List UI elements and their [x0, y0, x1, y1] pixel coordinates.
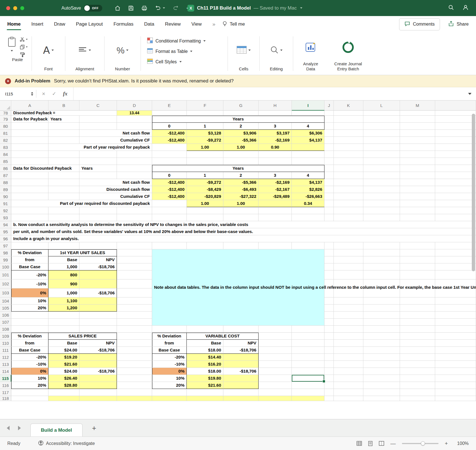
- cell-L100[interactable]: [363, 263, 400, 270]
- cell-B81[interactable]: [48, 130, 79, 137]
- cell-D115[interactable]: [117, 375, 152, 382]
- formula-bar-expand-icon[interactable]: [468, 93, 471, 95]
- cell-C116[interactable]: [79, 382, 117, 389]
- share-button[interactable]: Share: [448, 21, 469, 28]
- row-header-100[interactable]: 100: [0, 263, 11, 270]
- cell-D103[interactable]: [117, 288, 152, 297]
- cell-D114[interactable]: [117, 368, 152, 375]
- cell-J79[interactable]: [324, 116, 334, 123]
- home-icon[interactable]: [115, 5, 121, 11]
- row-header-106[interactable]: 106: [0, 312, 11, 319]
- cell-K84[interactable]: [334, 151, 363, 158]
- cell-B105[interactable]: 1,200: [48, 305, 79, 312]
- cell-M84[interactable]: [400, 151, 435, 158]
- number-menu-button[interactable]: %: [117, 34, 128, 66]
- cell-A107[interactable]: [11, 319, 48, 326]
- cell-B101[interactable]: 800: [48, 270, 79, 279]
- cell-J118[interactable]: [324, 396, 334, 401]
- column-header-E[interactable]: E: [152, 100, 187, 111]
- cell-F82[interactable]: -$9,272: [187, 137, 223, 144]
- cell-L101[interactable]: [363, 270, 400, 279]
- cell-M97[interactable]: [400, 242, 435, 249]
- cell-C102[interactable]: [79, 279, 117, 288]
- cell-F110[interactable]: Base: [187, 340, 223, 347]
- cell-E92[interactable]: [152, 207, 187, 214]
- cell-N118[interactable]: [435, 396, 476, 401]
- cell-J117[interactable]: [324, 389, 334, 396]
- search-icon[interactable]: [448, 5, 454, 12]
- row-header-96[interactable]: 96: [0, 235, 11, 242]
- cell-C100[interactable]: -$18,706: [79, 263, 117, 270]
- cell-A106[interactable]: [11, 312, 48, 319]
- cell-I113[interactable]: [292, 361, 324, 368]
- cell-K80[interactable]: [334, 123, 363, 130]
- cell-N79[interactable]: [435, 116, 476, 123]
- cell-K108[interactable]: [334, 326, 363, 333]
- row-header-93[interactable]: 93: [0, 214, 11, 221]
- cell-K93[interactable]: [334, 214, 363, 221]
- close-window-button[interactable]: [6, 6, 10, 10]
- cell-D111[interactable]: [117, 347, 152, 354]
- cell-N117[interactable]: [435, 389, 476, 396]
- cell-E108[interactable]: [152, 326, 187, 333]
- cell-N86[interactable]: [435, 165, 476, 172]
- cell-A91[interactable]: Part of year required for discounted pay…: [11, 200, 152, 207]
- row-header-115[interactable]: 115: [0, 375, 11, 382]
- cell-H109[interactable]: [259, 333, 292, 340]
- row-header-85[interactable]: 85: [0, 158, 11, 165]
- column-header-D[interactable]: D: [117, 100, 152, 111]
- cell-B84[interactable]: [48, 151, 79, 158]
- cell-K111[interactable]: [334, 347, 363, 354]
- tell-me-button[interactable]: Tell me: [222, 21, 245, 28]
- cell-H82[interactable]: -$2,169: [259, 137, 292, 144]
- cell-M101[interactable]: [400, 270, 435, 279]
- cell-L81[interactable]: [363, 130, 400, 137]
- cell-J97[interactable]: [324, 242, 334, 249]
- cell-F89[interactable]: -$8,429: [187, 186, 223, 193]
- cell-L80[interactable]: [363, 123, 400, 130]
- cell-G118[interactable]: [223, 396, 259, 401]
- cell-F90[interactable]: -$20,829: [187, 193, 223, 200]
- cell-H80[interactable]: 3: [259, 123, 292, 130]
- cell-I90[interactable]: -$26,663: [292, 193, 324, 200]
- cell-K82[interactable]: [334, 137, 363, 144]
- row-header-92[interactable]: 92: [0, 207, 11, 214]
- cell-C103[interactable]: -$18,706: [79, 288, 117, 297]
- cell-A83[interactable]: [11, 144, 48, 151]
- cell-L79[interactable]: [363, 116, 400, 123]
- cell-L88[interactable]: [363, 179, 400, 186]
- cell-I97[interactable]: [292, 242, 324, 249]
- cell-B102[interactable]: 900: [48, 279, 79, 288]
- row-header-105[interactable]: 105: [0, 305, 11, 312]
- cell-M93[interactable]: [400, 214, 435, 221]
- cell-C84[interactable]: [79, 151, 117, 158]
- cell-B106[interactable]: [48, 312, 79, 319]
- cell-N116[interactable]: [435, 382, 476, 389]
- cell-I82[interactable]: $4,137: [292, 137, 324, 144]
- editing-menu-button[interactable]: [270, 34, 283, 66]
- cell-B87[interactable]: [48, 172, 79, 179]
- cell-J93[interactable]: [324, 214, 334, 221]
- cell-M99[interactable]: [400, 256, 435, 263]
- save-icon[interactable]: [128, 5, 134, 11]
- cell-K114[interactable]: [334, 368, 363, 375]
- zoom-slider-knob[interactable]: [421, 441, 425, 445]
- cell-M100[interactable]: [400, 263, 435, 270]
- cell-K99[interactable]: [334, 256, 363, 263]
- cell-A115[interactable]: 10%: [11, 375, 48, 382]
- cell-L83[interactable]: [363, 144, 400, 151]
- name-box[interactable]: I115: [0, 87, 36, 100]
- cell-A89[interactable]: [11, 186, 48, 193]
- cell-H87[interactable]: 3: [259, 172, 292, 179]
- cell-B110[interactable]: Base: [48, 340, 79, 347]
- cell-N99[interactable]: [435, 256, 476, 263]
- cell-G91[interactable]: 1.00: [223, 200, 259, 207]
- comments-button[interactable]: Comments: [399, 18, 440, 30]
- cell-D85[interactable]: [117, 158, 152, 165]
- cell-K118[interactable]: [334, 396, 363, 401]
- cell-J114[interactable]: [324, 368, 334, 375]
- row-header-113[interactable]: 113: [0, 361, 11, 368]
- cell-F113[interactable]: $16.20: [187, 361, 223, 368]
- cell-D79[interactable]: [117, 116, 152, 123]
- page-break-view-icon[interactable]: [379, 441, 384, 446]
